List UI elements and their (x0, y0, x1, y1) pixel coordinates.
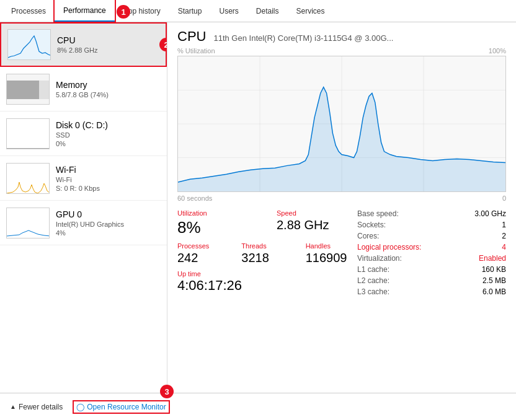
chart-label-left: % Utilization (177, 47, 215, 55)
tab-processes[interactable]: Processes (2, 0, 55, 22)
spec-virtualization: Virtualization: Enabled (357, 254, 506, 263)
spec-val-base-speed: 3.00 GHz (474, 209, 506, 218)
spec-val-l3: 6.0 MB (483, 287, 506, 296)
chevron-up-icon: ▲ (10, 403, 16, 410)
disk-mini-graph (6, 118, 50, 149)
memory-name: Memory (56, 80, 109, 90)
handles-label: Handles (306, 242, 357, 250)
uptime-value: 4:06:17:26 (177, 278, 357, 294)
chart-time-labels: 60 seconds 0 (177, 195, 506, 202)
threads-label: Threads (241, 242, 293, 250)
speed-label: Speed (277, 209, 357, 217)
cpu-name: CPU (57, 35, 97, 45)
spec-l1: L1 cache: 160 KB (357, 265, 506, 274)
cpu-panel-title: CPU (177, 28, 206, 45)
fewer-details-button[interactable]: ▲ Fewer details (10, 403, 63, 411)
memory-sidebar-info: Memory 5.8/7.8 GB (74%) (56, 80, 109, 98)
spec-key-base-speed: Base speed: (357, 209, 399, 218)
main-content: CPU 8% 2.88 GHz 2 Memory 5.8/7.8 GB (74%… (0, 22, 516, 393)
threads-stat: Threads 3218 (241, 242, 293, 265)
task-manager-window: Processes Performance App history Startu… (0, 0, 516, 420)
cpu-detail-panel: CPU 11th Gen Intel(R) Core(TM) i3-1115G4… (167, 22, 516, 393)
spec-l2: L2 cache: 2.5 MB (357, 276, 506, 285)
cpu-chart (177, 56, 506, 192)
cpu-sub: 8% 2.88 GHz (57, 46, 97, 54)
tab-startup[interactable]: Startup (169, 0, 211, 22)
spec-key-sockets: Sockets: (357, 221, 386, 229)
spec-val-virt: Enabled (479, 254, 506, 263)
speed-stat: Speed 2.88 GHz (277, 209, 357, 237)
wifi-sub2: S: 0 R: 0 Kbps (56, 185, 100, 192)
wifi-sub1: Wi-Fi (56, 176, 100, 183)
fewer-details-label: Fewer details (19, 403, 63, 411)
footer: ▲ Fewer details ◯ Open Resource Monitor … (0, 393, 516, 420)
chart-label-right: 100% (489, 47, 506, 55)
processes-row: Processes 242 Threads 3218 Handles 11690… (177, 242, 357, 265)
tab-services[interactable]: Services (288, 0, 334, 22)
gpu-sidebar-info: GPU 0 Intel(R) UHD Graphics 4% (56, 209, 124, 237)
annotation-3: 3 (160, 385, 174, 398)
memory-mini-graph (6, 74, 50, 105)
open-resource-monitor-button[interactable]: ◯ Open Resource Monitor (73, 400, 169, 414)
spec-sockets: Sockets: 1 (357, 221, 506, 229)
gpu-sub1: Intel(R) UHD Graphics (56, 221, 124, 228)
spec-val-cores: 2 (502, 232, 506, 240)
spec-cores: Cores: 2 (357, 232, 506, 240)
processes-value: 242 (177, 251, 229, 265)
cpu-title-row: CPU 11th Gen Intel(R) Core(TM) i3-1115G4… (177, 28, 506, 45)
spec-val-logical: 4 (502, 243, 506, 252)
uptime-label: Up time (177, 270, 357, 278)
handles-value: 116909 (306, 251, 357, 265)
gpu-mini-graph (6, 208, 50, 238)
wifi-name: Wi-Fi (56, 165, 100, 175)
util-speed-row: Utilization 8% Speed 2.88 GHz (177, 209, 357, 237)
cpu-sidebar-info: CPU 8% 2.88 GHz (57, 35, 97, 54)
utilization-value: 8% (177, 218, 258, 237)
sidebar-item-memory[interactable]: Memory 5.8/7.8 GB (74%) (0, 67, 167, 112)
utilization-label: Utilization (177, 209, 258, 217)
spec-key-l3: L3 cache: (357, 287, 389, 296)
utilization-stat: Utilization 8% (177, 209, 258, 237)
chart-top-labels: % Utilization 100% (177, 47, 506, 55)
wifi-mini-graph (6, 163, 50, 194)
spec-key-virt: Virtualization: (357, 254, 402, 263)
right-specs: Base speed: 3.00 GHz Sockets: 1 Cores: 2… (357, 209, 506, 301)
tab-users[interactable]: Users (210, 0, 247, 22)
cpu-chart-svg (178, 56, 505, 191)
spec-val-l1: 160 KB (482, 265, 506, 274)
spec-base-speed: Base speed: 3.00 GHz (357, 209, 506, 218)
processes-stat: Processes 242 (177, 242, 229, 265)
svg-rect-1 (7, 81, 39, 99)
gpu-sub2: 4% (56, 229, 124, 237)
spec-key-l1: L1 cache: (357, 265, 389, 274)
sidebar-item-disk[interactable]: Disk 0 (C: D:) SSD 0% (0, 112, 167, 156)
sidebar-item-gpu[interactable]: GPU 0 Intel(R) UHD Graphics 4% (0, 201, 167, 245)
memory-sub: 5.8/7.8 GB (74%) (56, 91, 109, 98)
threads-value: 3218 (241, 251, 293, 265)
gpu-name: GPU 0 (56, 209, 124, 219)
spec-key-l2: L2 cache: (357, 276, 389, 285)
tab-details[interactable]: Details (247, 0, 288, 22)
processes-label: Processes (177, 242, 229, 250)
spec-val-sockets: 1 (502, 221, 506, 229)
open-resource-label: Open Resource Monitor (87, 403, 166, 411)
tab-performance[interactable]: Performance (55, 0, 115, 22)
disk-sub2: 0% (56, 140, 108, 147)
left-stats: Utilization 8% Speed 2.88 GHz Processes … (177, 209, 357, 301)
cpu-panel-subtitle: 11th Gen Intel(R) Core(TM) i3-1115G4 @ 3… (213, 33, 393, 43)
cpu-mini-graph (7, 29, 51, 60)
annotation-2: 2 (159, 38, 167, 51)
disk-name: Disk 0 (C: D:) (56, 120, 108, 130)
wifi-sidebar-info: Wi-Fi Wi-Fi S: 0 R: 0 Kbps (56, 165, 100, 192)
monitor-icon: ◯ (76, 403, 84, 411)
annotation-1: 1 (117, 5, 130, 19)
time-label-left: 60 seconds (177, 195, 212, 202)
spec-logical: Logical processors: 4 (357, 243, 506, 252)
spec-val-l2: 2.5 MB (483, 276, 506, 285)
disk-sub1: SSD (56, 131, 108, 139)
disk-sidebar-info: Disk 0 (C: D:) SSD 0% (56, 120, 108, 147)
uptime-section: Up time 4:06:17:26 (177, 270, 357, 294)
spec-l3: L3 cache: 6.0 MB (357, 287, 506, 296)
sidebar-item-wifi[interactable]: Wi-Fi Wi-Fi S: 0 R: 0 Kbps (0, 156, 167, 201)
sidebar-item-cpu[interactable]: CPU 8% 2.88 GHz 2 (0, 22, 167, 67)
